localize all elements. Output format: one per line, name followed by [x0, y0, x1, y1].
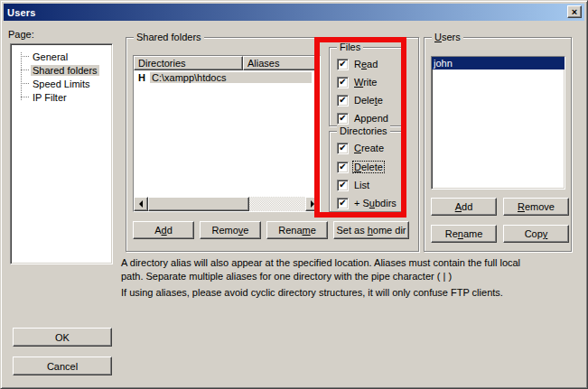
- write-checkbox[interactable]: [337, 77, 349, 88]
- button-label: Add: [154, 225, 173, 236]
- column-header-directories[interactable]: Directories: [134, 56, 243, 70]
- button-label: Rename: [445, 228, 483, 239]
- alias-help-text: A directory alias will also appear at th…: [121, 256, 520, 300]
- tree-branch-icon: [21, 83, 29, 84]
- checkbox-row-files-append[interactable]: Append: [337, 112, 389, 125]
- close-button[interactable]: ×: [567, 5, 582, 18]
- files-group-label: Files: [337, 42, 363, 52]
- users-list[interactable]: john: [431, 56, 565, 190]
- sidebar-item-label: IP Filter: [31, 92, 69, 103]
- remove-user-button[interactable]: Remove: [503, 198, 569, 216]
- checkbox-label: Delete: [353, 95, 384, 106]
- users-group: Users john Add Remove Rename Copy: [424, 37, 572, 252]
- checkbox-row-dirs-subdirs[interactable]: + Subdirs: [337, 197, 397, 209]
- list-checkbox[interactable]: [337, 180, 349, 191]
- sidebar-item-label: Speed Limits: [31, 79, 92, 89]
- tree-branch-icon: [21, 69, 29, 70]
- add-user-button[interactable]: Add: [431, 198, 497, 216]
- shared-folders-group-label: Shared folders: [134, 32, 204, 42]
- directories-list-header: Directories Aliases: [134, 56, 320, 70]
- subdirs-checkbox[interactable]: [337, 198, 349, 209]
- checkbox-row-dirs-list[interactable]: List: [337, 179, 370, 191]
- delete-files-checkbox[interactable]: [337, 95, 349, 107]
- checkbox-row-dirs-delete[interactable]: Delete: [337, 161, 384, 173]
- checkbox-label: Delete: [353, 162, 384, 172]
- remove-folder-button[interactable]: Remove: [200, 221, 261, 239]
- page-label: Page:: [8, 29, 34, 40]
- window-title: Users: [4, 7, 36, 18]
- button-label: Set as home dir: [336, 225, 406, 236]
- button-label: Remove: [212, 225, 249, 236]
- arrow-left-icon: [135, 200, 143, 208]
- scroll-track[interactable]: [249, 197, 305, 211]
- button-label: Copy: [525, 228, 548, 239]
- sidebar-item-label: Shared folders: [31, 65, 99, 76]
- users-dialog: Users × Page: General Shared folders Spe…: [0, 0, 588, 389]
- help-line: path. Separate multiple aliases for one …: [121, 270, 520, 283]
- checkbox-row-files-write[interactable]: Write: [337, 76, 378, 88]
- user-row[interactable]: john: [432, 57, 565, 69]
- button-label: Cancel: [47, 361, 78, 372]
- copy-user-button[interactable]: Copy: [503, 225, 569, 243]
- sidebar-item-shared-folders[interactable]: Shared folders: [13, 63, 110, 77]
- cancel-button[interactable]: Cancel: [13, 357, 112, 375]
- directories-group-label: Directories: [337, 125, 390, 136]
- read-checkbox[interactable]: [337, 59, 349, 70]
- arrow-right-icon: [311, 200, 318, 208]
- help-line: If using aliases, please avoid cyclic di…: [121, 286, 520, 300]
- sidebar-item-general[interactable]: General: [13, 50, 110, 63]
- checkbox-label: Write: [353, 77, 378, 88]
- page-tree-inner: General Shared folders Speed Limits IP F…: [13, 46, 110, 262]
- button-label: OK: [55, 332, 70, 343]
- checkbox-row-files-delete[interactable]: Delete: [337, 94, 384, 107]
- checkbox-label: List: [353, 180, 370, 190]
- page-tree[interactable]: General Shared folders Speed Limits IP F…: [10, 43, 113, 264]
- tree-branch-icon: [21, 97, 29, 97]
- create-checkbox[interactable]: [337, 143, 349, 154]
- rename-user-button[interactable]: Rename: [431, 225, 497, 243]
- ok-button[interactable]: OK: [13, 328, 112, 347]
- h-scrollbar[interactable]: [134, 197, 320, 211]
- help-line: A directory alias will also appear at th…: [121, 256, 520, 270]
- directories-permissions-group: Directories Create Delete List + Subdirs: [329, 131, 404, 212]
- tree-branch-icon: [21, 56, 29, 57]
- home-directory-flag: H: [138, 72, 145, 83]
- scroll-right-button[interactable]: [305, 197, 320, 211]
- button-label: Remove: [518, 201, 555, 212]
- shared-folders-group: Shared folders Directories Aliases H C:\…: [126, 37, 419, 252]
- sidebar-item-ip-filter[interactable]: IP Filter: [13, 90, 110, 104]
- users-group-label: Users: [432, 32, 463, 42]
- sidebar-item-label: General: [31, 51, 70, 62]
- directories-list-body[interactable]: H C:\xampp\htdocs: [134, 70, 320, 197]
- close-icon: ×: [572, 7, 577, 17]
- title-bar[interactable]: Users ×: [4, 4, 584, 21]
- scroll-thumb[interactable]: [148, 197, 249, 211]
- files-permissions-group: Files Read Write Delete Append: [329, 47, 404, 126]
- checkbox-row-files-read[interactable]: Read: [337, 58, 378, 70]
- directory-row[interactable]: H C:\xampp\htdocs: [134, 70, 320, 84]
- checkbox-label: Read: [353, 59, 378, 69]
- column-header-aliases[interactable]: Aliases: [243, 56, 320, 70]
- button-label: Rename: [278, 225, 316, 236]
- button-label: Add: [455, 201, 473, 212]
- scroll-left-button[interactable]: [134, 197, 148, 211]
- rename-folder-button[interactable]: Rename: [266, 221, 328, 239]
- checkbox-label: Append: [353, 113, 389, 124]
- directory-path: C:\xampp\htdocs: [150, 72, 312, 83]
- delete-dirs-checkbox[interactable]: [337, 162, 349, 173]
- checkbox-label: + Subdirs: [353, 198, 397, 208]
- sidebar-item-speed-limits[interactable]: Speed Limits: [13, 77, 110, 90]
- set-as-home-dir-button[interactable]: Set as home dir: [333, 221, 409, 239]
- add-folder-button[interactable]: Add: [133, 221, 194, 239]
- checkbox-label: Create: [353, 143, 385, 153]
- directories-list[interactable]: Directories Aliases H C:\xampp\htdocs: [133, 55, 321, 212]
- append-checkbox[interactable]: [337, 113, 349, 125]
- checkbox-row-dirs-create[interactable]: Create: [337, 142, 385, 154]
